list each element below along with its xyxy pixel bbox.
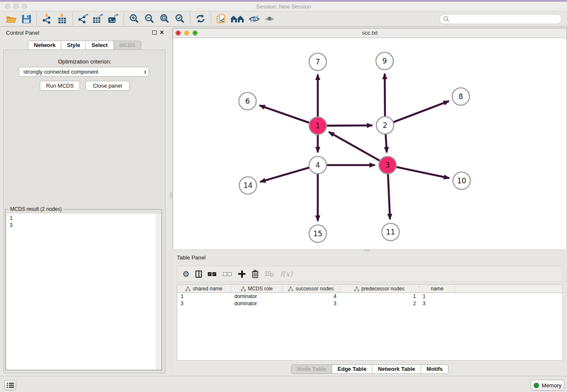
table-cell[interactable]: 1 [419, 293, 455, 300]
table-panel: Table Panel ✕ ⚙ ✓ ✓ f(x) shared na [173, 252, 567, 375]
graph-edge-1-6[interactable] [259, 105, 310, 123]
fx-icon: f(x) [280, 270, 292, 278]
graph-edge-2-3[interactable] [385, 133, 387, 152]
save-floppy-icon [22, 14, 31, 24]
graph-node-label-8: 8 [459, 92, 463, 101]
table-cell[interactable]: 4 [283, 293, 340, 300]
close-panel-icon[interactable]: ✕ [160, 30, 164, 35]
graph-edge-2-8[interactable] [393, 101, 449, 123]
memory-button[interactable]: Memory [531, 380, 564, 391]
tab-select[interactable]: Select [86, 41, 113, 50]
zoom-in-button[interactable] [127, 13, 142, 25]
hide-selected-button[interactable] [247, 13, 262, 25]
table-row[interactable]: 1dominator411 [177, 293, 562, 300]
table-cell[interactable]: 3 [419, 300, 455, 307]
table-settings-button[interactable]: ⚙ [182, 269, 190, 279]
column-header[interactable]: successor nodes [283, 285, 340, 293]
splitter-grip [170, 193, 172, 199]
zoom-out-button[interactable] [142, 13, 157, 25]
first-neighbors-button[interactable] [229, 13, 247, 25]
table-cell[interactable]: 2 [340, 300, 419, 307]
export-table-icon [92, 14, 104, 24]
show-columns-button[interactable] [195, 271, 202, 278]
graph-edge-3-11[interactable] [388, 173, 390, 219]
vertical-splitter[interactable] [169, 27, 173, 375]
graph-node-label-7: 7 [316, 58, 320, 66]
new-network-from-selection-button[interactable] [214, 13, 229, 25]
table-row[interactable]: 3dominator323 [177, 300, 562, 307]
minimize-window-button[interactable] [14, 4, 19, 9]
delete-column-button[interactable] [251, 270, 259, 279]
graph-edge-1-2[interactable] [326, 125, 372, 126]
columns-icon [195, 271, 202, 278]
add-column-button[interactable] [238, 271, 245, 278]
save-session-button[interactable] [19, 13, 34, 25]
hierarchy-icon [185, 287, 190, 291]
optimization-criterion-label: Optimization criterion: [0, 58, 169, 65]
application-window: Session: New Session [0, 0, 567, 392]
zoom-fit-icon [160, 14, 170, 24]
tab-style[interactable]: Style [61, 41, 86, 50]
column-header[interactable]: name [419, 285, 455, 293]
refresh-button[interactable] [193, 13, 208, 25]
open-session-button[interactable] [3, 13, 19, 25]
tab-network[interactable]: Network [28, 41, 61, 50]
column-header[interactable]: predecessor nodes [340, 285, 419, 293]
network-window-title: scc.txt [173, 28, 567, 38]
graph-node-label-9: 9 [383, 57, 387, 65]
result-scrollbar[interactable] [156, 213, 161, 370]
zoom-selected-button[interactable] [172, 13, 187, 25]
import-table-icon [57, 14, 68, 24]
maximize-network-button[interactable]: + [193, 30, 198, 36]
show-all-button[interactable] [262, 13, 277, 25]
table-cell[interactable]: dominator [231, 300, 283, 307]
horizontal-splitter[interactable] [173, 249, 567, 252]
tab-edge-table[interactable]: Edge Table [332, 364, 372, 374]
table-cell[interactable]: 1 [340, 293, 419, 300]
tab-node-table[interactable]: Node Table [291, 364, 332, 374]
table-cell[interactable]: 1 [177, 293, 231, 300]
delete-table-button-disabled [265, 271, 274, 277]
hierarchy-icon [241, 287, 246, 291]
optimization-dropdown[interactable]: strongly connected component ▴▾ [19, 67, 149, 77]
table-cell[interactable]: 3 [177, 300, 231, 307]
close-panel-button[interactable]: Close panel [85, 81, 129, 91]
export-network-button[interactable] [75, 13, 91, 25]
tab-network-table[interactable]: Network Table [372, 364, 421, 374]
close-window-button[interactable] [5, 4, 10, 9]
graph-node-label-14: 14 [243, 181, 253, 190]
close-network-button[interactable]: x [176, 30, 181, 36]
graph-edge-3-10[interactable] [396, 167, 449, 178]
import-network-button[interactable] [39, 13, 55, 25]
graph-node-label-3: 3 [385, 161, 390, 169]
run-mcds-button[interactable]: Run MCDS [40, 81, 80, 91]
network-canvas[interactable]: 7968124314101511 [173, 38, 567, 250]
toolbar-separator [72, 13, 73, 25]
tab-motifs[interactable]: Motifs [421, 364, 449, 374]
graph-edge-2-9[interactable] [385, 74, 385, 117]
float-panel-icon[interactable] [152, 30, 157, 35]
minimize-network-button[interactable]: - [184, 30, 189, 36]
graph-edge-4-14[interactable] [260, 167, 310, 182]
select-all-button[interactable]: ✓ ✓ [208, 272, 217, 276]
zoom-fit-button[interactable] [157, 13, 172, 25]
table-cell[interactable]: dominator [231, 293, 283, 300]
search-input[interactable] [439, 14, 562, 24]
copy-network-icon [216, 14, 227, 25]
table-cell[interactable]: 3 [283, 300, 340, 307]
eye-icon [264, 14, 275, 24]
table-toolbar: ⚙ ✓ ✓ f(x) [177, 266, 563, 282]
column-header[interactable]: MCDS role [231, 285, 283, 293]
graph-node-label-2: 2 [383, 121, 388, 130]
graph-edge-3-1[interactable] [329, 132, 380, 161]
deselect-all-button[interactable] [223, 272, 232, 276]
import-table-button[interactable] [55, 13, 70, 25]
zoom-window-button[interactable] [22, 4, 27, 9]
column-header[interactable]: shared name [177, 285, 231, 293]
console-button[interactable] [4, 380, 16, 390]
export-image-button[interactable] [106, 13, 121, 25]
delete-table-icon [265, 271, 274, 277]
export-table-button[interactable] [91, 13, 106, 25]
mcds-result-textarea[interactable]: 1 3 [6, 213, 162, 370]
tab-mcds[interactable]: MCDS [114, 41, 141, 50]
